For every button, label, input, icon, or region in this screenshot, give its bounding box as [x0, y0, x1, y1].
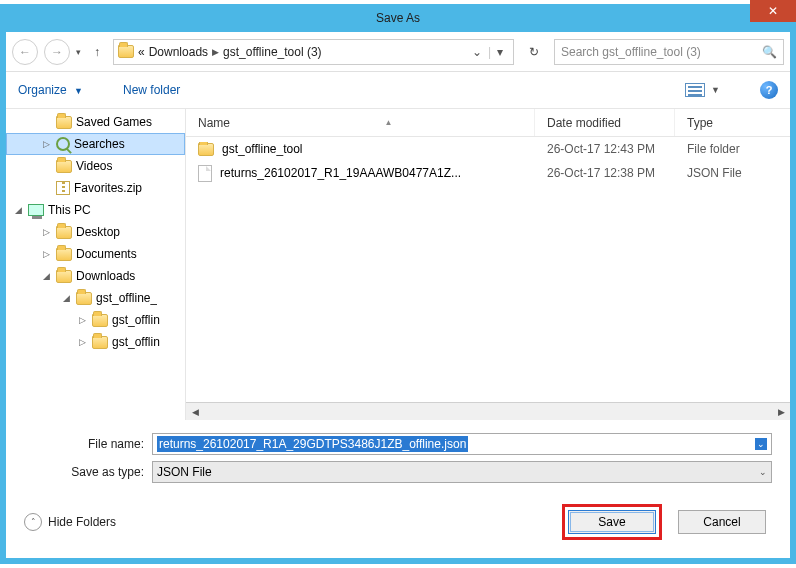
save-type-label: Save as type: — [24, 465, 144, 479]
save-button[interactable]: Save — [568, 510, 656, 534]
forward-button[interactable]: → — [44, 39, 70, 65]
scroll-left-icon[interactable]: ◀ — [186, 407, 204, 417]
breadcrumb-bar[interactable]: « Downloads ▶ gst_offline_tool (3) ⌄|▾ — [113, 39, 514, 65]
save-as-dialog: Save As ✕ ← → ▾ ↑ « Downloads ▶ gst_offl… — [0, 4, 796, 564]
column-type[interactable]: Type — [675, 109, 790, 136]
tree-label: gst_offline_ — [96, 291, 157, 305]
scroll-right-icon[interactable]: ▶ — [772, 407, 790, 417]
column-date[interactable]: Date modified — [535, 109, 675, 136]
save-type-value: JSON File — [157, 465, 212, 479]
search-icon — [56, 137, 70, 151]
save-type-chevron[interactable]: ⌄ — [759, 467, 767, 477]
new-folder-button[interactable]: New folder — [123, 83, 180, 97]
tree-label: This PC — [48, 203, 91, 217]
search-icon: 🔍 — [762, 45, 777, 59]
tree-item[interactable]: Favorites.zip — [6, 177, 185, 199]
tree-expander[interactable]: ◢ — [60, 293, 72, 303]
folder-icon — [56, 270, 72, 283]
folder-icon — [118, 45, 134, 58]
view-list-icon — [685, 83, 705, 97]
tree-item[interactable]: ▷Searches — [6, 133, 185, 155]
organize-label: Organize — [18, 83, 67, 97]
save-fields: File name: returns_26102017_R1A_29GDTPS3… — [6, 420, 790, 486]
tree-label: Desktop — [76, 225, 120, 239]
tree-expander[interactable]: ◢ — [40, 271, 52, 281]
file-rows: gst_offline_tool26-Oct-17 12:43 PMFile f… — [186, 137, 790, 402]
filename-input[interactable]: returns_26102017_R1A_29GDTPS3486J1ZB_off… — [152, 433, 772, 455]
file-date: 26-Oct-17 12:43 PM — [535, 142, 675, 156]
breadcrumb-dropdown[interactable]: ⌄|▾ — [466, 45, 509, 59]
file-list-pane: Name ▲ Date modified Type gst_offline_to… — [186, 109, 790, 420]
column-headers: Name ▲ Date modified Type — [186, 109, 790, 137]
filename-label: File name: — [24, 437, 144, 451]
tree-label: Searches — [74, 137, 125, 151]
breadcrumb-seg-downloads[interactable]: Downloads — [149, 45, 208, 59]
file-name: gst_offline_tool — [222, 142, 303, 156]
tree-item[interactable]: ▷Documents — [6, 243, 185, 265]
folder-tree[interactable]: Saved Games▷SearchesVideosFavorites.zip◢… — [6, 109, 186, 420]
tree-item[interactable]: ◢Downloads — [6, 265, 185, 287]
chevron-right-icon[interactable]: ▶ — [212, 47, 219, 57]
tree-label: gst_offlin — [112, 335, 160, 349]
chevron-up-icon: ˄ — [24, 513, 42, 531]
tree-item[interactable]: ▷Desktop — [6, 221, 185, 243]
filename-history-chevron[interactable]: ⌄ — [755, 438, 767, 450]
column-name-label: Name — [198, 116, 230, 130]
folder-icon — [56, 116, 72, 129]
file-date: 26-Oct-17 12:38 PM — [535, 166, 675, 180]
save-type-select[interactable]: JSON File ⌄ — [152, 461, 772, 483]
dialog-footer: ˄ Hide Folders Save Cancel — [6, 486, 790, 558]
horizontal-scrollbar[interactable]: ◀ ▶ — [186, 402, 790, 420]
tree-expander[interactable]: ▷ — [40, 139, 52, 149]
hide-folders-label: Hide Folders — [48, 515, 116, 529]
view-options[interactable]: ▼ — [685, 83, 720, 97]
folder-icon — [56, 160, 72, 173]
chevron-down-icon: ▼ — [74, 86, 83, 96]
cancel-button[interactable]: Cancel — [678, 510, 766, 534]
file-icon — [198, 165, 212, 182]
nav-row: ← → ▾ ↑ « Downloads ▶ gst_offline_tool (… — [6, 32, 790, 72]
pc-icon — [28, 204, 44, 216]
column-name[interactable]: Name ▲ — [186, 109, 535, 136]
search-placeholder: Search gst_offline_tool (3) — [561, 45, 701, 59]
tree-item[interactable]: ▷gst_offlin — [6, 309, 185, 331]
file-row[interactable]: gst_offline_tool26-Oct-17 12:43 PMFile f… — [186, 137, 790, 161]
tree-item[interactable]: ◢This PC — [6, 199, 185, 221]
folder-icon — [76, 292, 92, 305]
refresh-button[interactable]: ↻ — [520, 39, 548, 65]
tree-item[interactable]: Videos — [6, 155, 185, 177]
tree-expander[interactable]: ▷ — [40, 227, 52, 237]
folder-icon — [92, 336, 108, 349]
help-button[interactable]: ? — [760, 81, 778, 99]
tree-item[interactable]: Saved Games — [6, 111, 185, 133]
tree-label: Favorites.zip — [74, 181, 142, 195]
file-row[interactable]: returns_26102017_R1_19AAAWB0477A1Z...26-… — [186, 161, 790, 185]
breadcrumb-seg-current[interactable]: gst_offline_tool (3) — [223, 45, 322, 59]
tree-expander[interactable]: ▷ — [40, 249, 52, 259]
breadcrumb-prefix: « — [138, 45, 145, 59]
toolbar: Organize ▼ New folder ▼ ? — [6, 72, 790, 108]
recent-locations-chevron[interactable]: ▾ — [76, 47, 81, 57]
organize-menu[interactable]: Organize ▼ — [18, 83, 83, 97]
chevron-down-icon: ▼ — [711, 85, 720, 95]
tree-label: Saved Games — [76, 115, 152, 129]
tree-item[interactable]: ▷gst_offlin — [6, 331, 185, 353]
tree-label: Documents — [76, 247, 137, 261]
tree-expander[interactable]: ◢ — [12, 205, 24, 215]
hide-folders-toggle[interactable]: ˄ Hide Folders — [24, 513, 116, 531]
zip-icon — [56, 181, 70, 195]
close-button[interactable]: ✕ — [750, 0, 796, 22]
back-button[interactable]: ← — [12, 39, 38, 65]
sort-asc-icon: ▲ — [384, 118, 392, 127]
search-input[interactable]: Search gst_offline_tool (3) 🔍 — [554, 39, 784, 65]
tree-expander[interactable]: ▷ — [76, 315, 88, 325]
main-split: Saved Games▷SearchesVideosFavorites.zip◢… — [6, 108, 790, 420]
up-button[interactable]: ↑ — [87, 45, 107, 59]
tree-label: Downloads — [76, 269, 135, 283]
save-button-highlight: Save — [562, 504, 662, 540]
filename-value: returns_26102017_R1A_29GDTPS3486J1ZB_off… — [157, 436, 468, 452]
folder-icon — [56, 226, 72, 239]
tree-item[interactable]: ◢gst_offline_ — [6, 287, 185, 309]
tree-expander[interactable]: ▷ — [76, 337, 88, 347]
scroll-track[interactable] — [204, 403, 772, 420]
